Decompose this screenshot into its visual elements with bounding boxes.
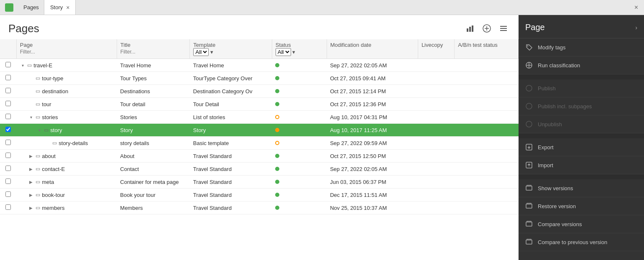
expand-icon[interactable]: ▶ [28, 154, 34, 158]
row-check[interactable] [0, 124, 16, 137]
template-filter-select[interactable]: All [193, 48, 209, 56]
title-filter-input[interactable] [120, 49, 187, 55]
panel-action-import[interactable]: Import [519, 156, 644, 174]
page-folder-icon: ▭ [36, 166, 40, 172]
page-filter-input[interactable] [20, 49, 113, 55]
row-page: ▭ story-details [16, 137, 117, 150]
expand-icon[interactable]: ▾ [36, 128, 42, 133]
svg-point-11 [526, 85, 532, 91]
action-label: Publish incl. subpages [538, 103, 592, 110]
bar-chart-button[interactable] [463, 22, 477, 35]
row-checkbox[interactable] [5, 114, 11, 119]
compare-icon [525, 220, 533, 228]
action-label: Compare versions [538, 221, 582, 227]
row-checkbox[interactable] [5, 62, 11, 67]
page-name-label: contact-E [42, 166, 65, 172]
page-name-label: story [50, 127, 62, 133]
tag-icon [525, 43, 533, 51]
status-filter-select[interactable]: All [276, 48, 291, 56]
expand-icon[interactable]: ▶ [28, 206, 34, 210]
row-check[interactable] [0, 98, 16, 111]
table-row[interactable]: ▭ tour-type Tour Types TourType Category… [0, 72, 519, 85]
row-checkbox[interactable] [5, 88, 11, 93]
row-check[interactable] [0, 72, 16, 85]
chevron-down-icon: ▾ [292, 49, 295, 55]
row-checkbox[interactable] [5, 191, 11, 197]
page-folder-icon: ▭ [52, 140, 57, 146]
row-abtest [455, 163, 519, 176]
status-dot [275, 128, 279, 132]
page-name-cell: ▾ ▭ story [20, 127, 113, 133]
row-check[interactable] [0, 150, 16, 163]
tab-bar: Pages Story × × [0, 0, 644, 15]
table-row[interactable]: ▾ ▭ story Story Story Aug 10, 2017 11:25… [0, 124, 519, 137]
row-check[interactable] [0, 176, 16, 189]
panel-action-modify-tags[interactable]: Modify tags [519, 38, 644, 56]
page-name-label: members [42, 205, 64, 211]
panel-action-compare-versions[interactable]: Compare versions [519, 215, 644, 233]
table-row[interactable]: ▾ ▭ travel-E Travel Home Travel Home Sep… [0, 59, 519, 72]
row-checkbox[interactable] [5, 178, 11, 184]
row-checkbox[interactable] [5, 101, 11, 106]
row-checkbox[interactable] [5, 75, 11, 80]
row-abtest [455, 201, 519, 214]
table-row[interactable]: ▭ destination Destinations Destination C… [0, 85, 519, 98]
row-check[interactable] [0, 59, 16, 72]
table-row[interactable]: ▶ ▭ contact-E Contact Travel Standard Se… [0, 163, 519, 176]
page-folder-icon: ▭ [36, 179, 40, 185]
table-row[interactable]: ▶ ▭ about About Travel Standard Oct 27, … [0, 150, 519, 163]
svg-rect-17 [527, 185, 531, 186]
window-close-button[interactable]: × [629, 4, 644, 11]
right-panel-expand-button[interactable]: › [635, 24, 637, 31]
panel-action-run-classification[interactable]: Run classification [519, 56, 644, 74]
expand-icon[interactable]: ▶ [28, 180, 34, 184]
row-check[interactable] [0, 111, 16, 124]
row-checkbox[interactable] [5, 204, 11, 210]
row-check[interactable] [0, 189, 16, 201]
row-check[interactable] [0, 163, 16, 176]
row-check[interactable] [0, 85, 16, 98]
expand-icon[interactable]: ▾ [20, 63, 26, 68]
row-check[interactable] [0, 201, 16, 214]
row-page: ▭ tour-type [16, 72, 117, 85]
row-checkbox[interactable] [5, 153, 11, 158]
row-check[interactable] [0, 137, 16, 150]
table-header-row: Page Title Template All [0, 39, 519, 59]
row-template: Travel Standard [190, 201, 272, 214]
tab-story[interactable]: Story × [44, 0, 76, 15]
row-checkbox[interactable] [5, 127, 11, 132]
row-title: Story [117, 124, 190, 137]
expand-icon[interactable]: ▶ [28, 193, 34, 197]
panel-action-restore-version[interactable]: Restore version [519, 197, 644, 215]
row-status [272, 111, 327, 124]
row-checkbox[interactable] [5, 166, 11, 171]
tab-close-button[interactable]: × [66, 5, 69, 10]
table-row[interactable]: ▭ tour Tour detail Tour Detail Oct 27, 2… [0, 98, 519, 111]
row-template: Travel Standard [190, 189, 272, 201]
row-title: Container for meta page [117, 176, 190, 189]
row-moddate: Aug 10, 2017 11:25 AM [327, 124, 418, 137]
page-folder-icon: ▭ [36, 101, 40, 107]
panel-action-compare-previous[interactable]: Compare to previous version [519, 233, 644, 251]
row-page: ▾ ▭ story [16, 124, 117, 137]
table-row[interactable]: ▶ ▭ book-tour Book your tour Travel Stan… [0, 189, 519, 201]
row-checkbox[interactable] [5, 140, 11, 145]
row-page: ▾ ▭ travel-E [16, 59, 117, 72]
app-label: Pages [18, 4, 44, 10]
row-livecopy [418, 59, 454, 72]
add-button[interactable] [480, 22, 493, 35]
expand-icon[interactable]: ▶ [28, 167, 34, 171]
row-livecopy [418, 85, 454, 98]
pages-table: Page Title Template All [0, 39, 519, 214]
table-row[interactable]: ▾ ▭ stories Stories List of stories Aug … [0, 111, 519, 124]
page-folder-icon: ▭ [36, 114, 40, 120]
table-row[interactable]: ▶ ▭ meta Container for meta page Travel … [0, 176, 519, 189]
pages-header: Pages [0, 15, 519, 39]
panel-action-export[interactable]: Export [519, 138, 644, 156]
expand-icon[interactable]: ▾ [28, 115, 34, 120]
panel-action-show-versions[interactable]: Show versions [519, 179, 644, 197]
table-row[interactable]: ▭ story-details story details Basic temp… [0, 137, 519, 150]
table-row[interactable]: ▶ ▭ members Members Travel Standard Nov … [0, 201, 519, 214]
menu-button[interactable] [497, 22, 510, 35]
row-status [272, 85, 327, 98]
